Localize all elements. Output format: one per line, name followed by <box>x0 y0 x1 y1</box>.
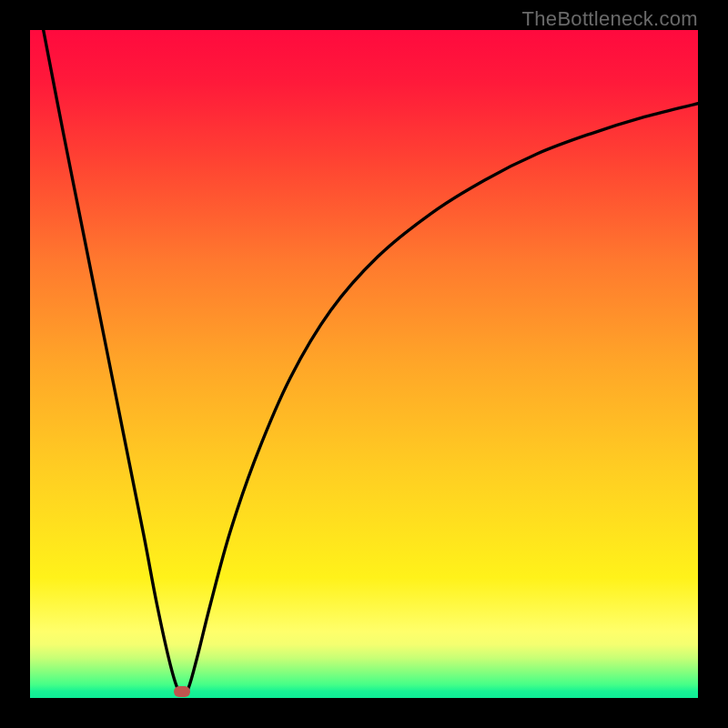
vertex-marker <box>174 686 190 697</box>
plot-area <box>30 30 698 698</box>
bounce-curve-path <box>44 30 698 695</box>
chart-frame: TheBottleneck.com <box>0 0 728 728</box>
attribution-label: TheBottleneck.com <box>522 7 698 31</box>
curve-svg <box>30 30 698 698</box>
